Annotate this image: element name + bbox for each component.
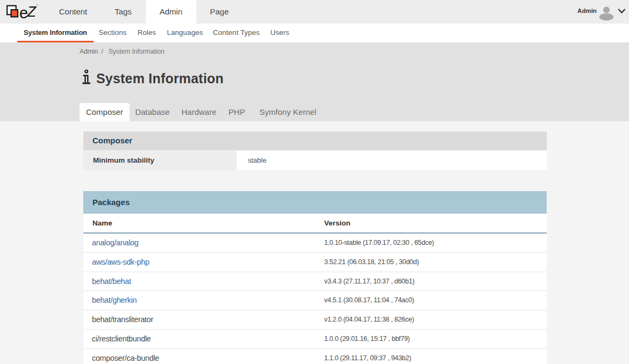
- svg-text:Z: Z: [27, 4, 37, 19]
